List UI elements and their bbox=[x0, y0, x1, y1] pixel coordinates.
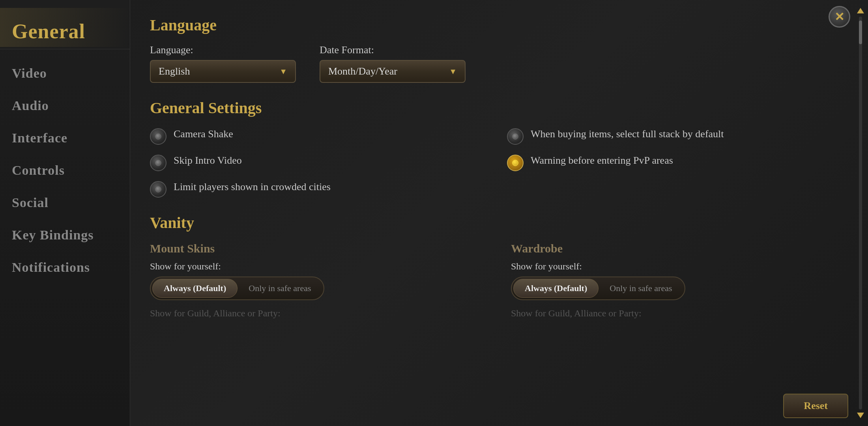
setting-pvp-warning: Warning before entering PvP areas bbox=[507, 153, 848, 171]
close-button[interactable]: ✕ bbox=[829, 6, 850, 28]
settings-right-col: When buying items, select full stack by … bbox=[507, 127, 848, 198]
sidebar-item-audio[interactable]: Audio bbox=[0, 90, 130, 122]
close-icon: ✕ bbox=[834, 10, 844, 24]
radio-limit-players[interactable] bbox=[150, 181, 166, 198]
mount-show-for-guild-label: Show for Guild, Alliance or Party: bbox=[150, 308, 487, 319]
language-section: Language Language: English ▼ Date Format… bbox=[150, 16, 848, 83]
sidebar-item-controls[interactable]: Controls bbox=[0, 154, 130, 187]
date-format-dropdown-arrow: ▼ bbox=[449, 67, 457, 76]
scrollbar[interactable] bbox=[857, 8, 864, 418]
label-full-stack: When buying items, select full stack by … bbox=[531, 127, 724, 141]
language-label: Language: bbox=[150, 44, 296, 56]
setting-skip-intro: Skip Intro Video bbox=[150, 153, 491, 171]
settings-left-col: Camera Shake Skip Intro Video Limit play… bbox=[150, 127, 491, 198]
scroll-thumb[interactable] bbox=[859, 21, 862, 44]
scroll-track[interactable] bbox=[859, 17, 862, 409]
wardrobe-always-button[interactable]: Always (Default) bbox=[513, 279, 599, 298]
label-camera-shake: Camera Shake bbox=[174, 127, 233, 141]
radio-skip-intro[interactable] bbox=[150, 155, 166, 171]
wardrobe-subsection: Wardrobe Show for yourself: Always (Defa… bbox=[511, 242, 848, 319]
setting-camera-shake: Camera Shake bbox=[150, 127, 491, 145]
wardrobe-toggle-group: Always (Default) Only in safe areas bbox=[511, 277, 685, 300]
sidebar-item-video[interactable]: Video bbox=[0, 57, 130, 90]
sidebar-item-notifications[interactable]: Notifications bbox=[0, 251, 130, 284]
mount-skins-toggle-group: Always (Default) Only in safe areas bbox=[150, 277, 324, 300]
wardrobe-title: Wardrobe bbox=[511, 242, 848, 255]
scroll-arrow-down[interactable] bbox=[857, 413, 864, 418]
setting-full-stack: When buying items, select full stack by … bbox=[507, 127, 848, 145]
date-format-field-group: Date Format: Month/Day/Year ▼ bbox=[320, 44, 466, 83]
mount-skins-subsection: Mount Skins Show for yourself: Always (D… bbox=[150, 242, 487, 319]
vanity-section: Vanity Mount Skins Show for yourself: Al… bbox=[150, 213, 848, 319]
label-pvp-warning: Warning before entering PvP areas bbox=[531, 153, 673, 168]
language-section-title: Language bbox=[150, 16, 848, 34]
main-content: Language Language: English ▼ Date Format… bbox=[130, 0, 868, 426]
language-field-group: Language: English ▼ bbox=[150, 44, 296, 83]
language-row: Language: English ▼ Date Format: Month/D… bbox=[150, 44, 848, 83]
date-format-label: Date Format: bbox=[320, 44, 466, 56]
wardrobe-show-for-yourself-label: Show for yourself: bbox=[511, 261, 848, 272]
sidebar-item-social[interactable]: Social bbox=[0, 187, 130, 219]
general-settings-section: General Settings Camera Shake Skip Intro… bbox=[150, 99, 848, 198]
mount-show-for-yourself-label: Show for yourself: bbox=[150, 261, 487, 272]
reset-button[interactable]: Reset bbox=[783, 394, 848, 418]
radio-full-stack[interactable] bbox=[507, 128, 524, 145]
date-format-value: Month/Day/Year bbox=[328, 65, 397, 77]
vanity-section-title: Vanity bbox=[150, 213, 848, 232]
scroll-arrow-up[interactable] bbox=[857, 8, 864, 13]
settings-grid: Camera Shake Skip Intro Video Limit play… bbox=[150, 127, 848, 198]
mount-safe-areas-button[interactable]: Only in safe areas bbox=[238, 279, 322, 297]
general-settings-title: General Settings bbox=[150, 99, 848, 117]
vanity-columns: Mount Skins Show for yourself: Always (D… bbox=[150, 242, 848, 319]
sidebar: General Video Audio Interface Controls S… bbox=[0, 0, 130, 426]
sidebar-item-general[interactable]: General bbox=[0, 8, 130, 47]
radio-camera-shake[interactable] bbox=[150, 128, 166, 145]
date-format-dropdown[interactable]: Month/Day/Year ▼ bbox=[320, 60, 466, 83]
wardrobe-show-for-guild-label: Show for Guild, Alliance or Party: bbox=[511, 308, 848, 319]
label-limit-players: Limit players shown in crowded cities bbox=[174, 180, 331, 194]
mount-skins-title: Mount Skins bbox=[150, 242, 487, 255]
label-skip-intro: Skip Intro Video bbox=[174, 153, 242, 168]
language-dropdown[interactable]: English ▼ bbox=[150, 60, 296, 83]
language-value: English bbox=[159, 65, 190, 77]
radio-pvp-warning[interactable] bbox=[507, 155, 524, 171]
wardrobe-safe-areas-button[interactable]: Only in safe areas bbox=[599, 279, 683, 297]
sidebar-item-keybindings[interactable]: Key Bindings bbox=[0, 219, 130, 251]
sidebar-item-interface[interactable]: Interface bbox=[0, 122, 130, 154]
setting-limit-players: Limit players shown in crowded cities bbox=[150, 180, 491, 198]
mount-always-button[interactable]: Always (Default) bbox=[152, 279, 238, 298]
language-dropdown-arrow: ▼ bbox=[279, 67, 287, 76]
